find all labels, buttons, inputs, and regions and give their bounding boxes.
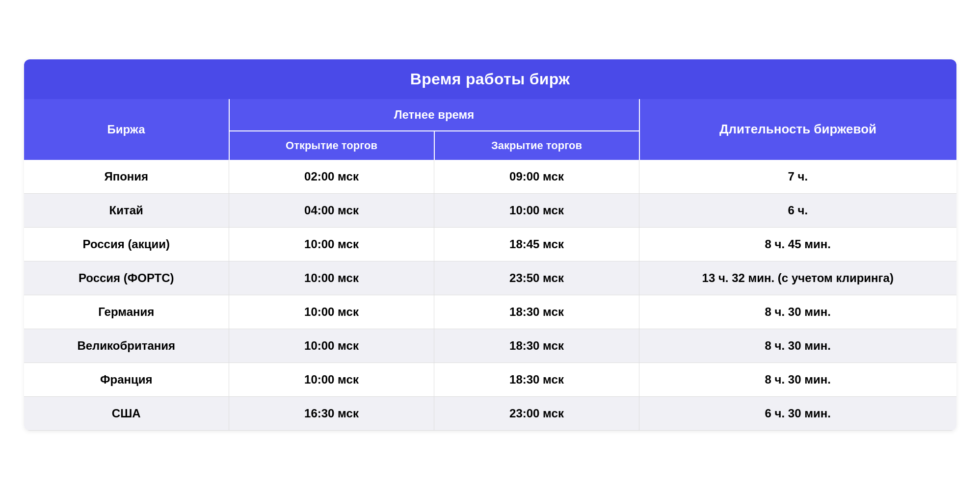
main-title-row: Время работы бирж xyxy=(24,59,956,99)
birja-name-cell: Великобритания xyxy=(24,329,229,363)
duration-cell: 8 ч. 30 мин. xyxy=(639,329,956,363)
close-header: Закрытие торгов xyxy=(434,131,639,160)
main-title: Время работы бирж xyxy=(24,59,956,99)
duration-cell: 8 ч. 30 мин. xyxy=(639,363,956,397)
table-row: США16:30 мск23:00 мск6 ч. 30 мин. xyxy=(24,397,956,431)
open-time-cell: 04:00 мск xyxy=(229,194,434,228)
duration-cell: 13 ч. 32 мин. (с учетом клиринга) xyxy=(639,261,956,295)
table-row: Китай04:00 мск10:00 мск6 ч. xyxy=(24,194,956,228)
exchange-hours-table: Время работы бирж Биржа Летнее время Дли… xyxy=(24,59,956,431)
birja-name-cell: США xyxy=(24,397,229,431)
close-time-cell: 23:00 мск xyxy=(434,397,639,431)
table-row: Франция10:00 мск18:30 мск8 ч. 30 мин. xyxy=(24,363,956,397)
duration-cell: 7 ч. xyxy=(639,160,956,194)
close-time-cell: 23:50 мск xyxy=(434,261,639,295)
open-time-cell: 10:00 мск xyxy=(229,228,434,261)
open-header: Открытие торгов xyxy=(229,131,434,160)
table-row: Россия (акции)10:00 мск18:45 мск8 ч. 45 … xyxy=(24,228,956,261)
duration-cell: 8 ч. 45 мин. xyxy=(639,228,956,261)
open-time-cell: 10:00 мск xyxy=(229,261,434,295)
open-time-cell: 10:00 мск xyxy=(229,329,434,363)
close-time-cell: 09:00 мск xyxy=(434,160,639,194)
open-time-cell: 16:30 мск xyxy=(229,397,434,431)
close-time-cell: 10:00 мск xyxy=(434,194,639,228)
table-row: Германия10:00 мск18:30 мск8 ч. 30 мин. xyxy=(24,295,956,329)
open-time-cell: 10:00 мск xyxy=(229,363,434,397)
close-time-cell: 18:30 мск xyxy=(434,329,639,363)
table-row: Великобритания10:00 мск18:30 мск8 ч. 30 … xyxy=(24,329,956,363)
close-time-cell: 18:45 мск xyxy=(434,228,639,261)
open-time-cell: 10:00 мск xyxy=(229,295,434,329)
duration-header: Длительность биржевой xyxy=(639,99,956,160)
close-time-cell: 18:30 мск xyxy=(434,295,639,329)
close-time-cell: 18:30 мск xyxy=(434,363,639,397)
birja-name-cell: Германия xyxy=(24,295,229,329)
birja-name-cell: Франция xyxy=(24,363,229,397)
open-time-cell: 02:00 мск xyxy=(229,160,434,194)
table-row: Россия (ФОРТС)10:00 мск23:50 мск13 ч. 32… xyxy=(24,261,956,295)
letneye-header: Летнее время xyxy=(229,99,639,131)
table-row: Япония02:00 мск09:00 мск7 ч. xyxy=(24,160,956,194)
birja-header: Биржа xyxy=(24,99,229,160)
birja-name-cell: Россия (акции) xyxy=(24,228,229,261)
sub-header-row: Биржа Летнее время Длительность биржевой xyxy=(24,99,956,131)
birja-name-cell: Китай xyxy=(24,194,229,228)
birja-name-cell: Япония xyxy=(24,160,229,194)
duration-cell: 6 ч. xyxy=(639,194,956,228)
duration-cell: 8 ч. 30 мин. xyxy=(639,295,956,329)
duration-cell: 6 ч. 30 мин. xyxy=(639,397,956,431)
birja-name-cell: Россия (ФОРТС) xyxy=(24,261,229,295)
